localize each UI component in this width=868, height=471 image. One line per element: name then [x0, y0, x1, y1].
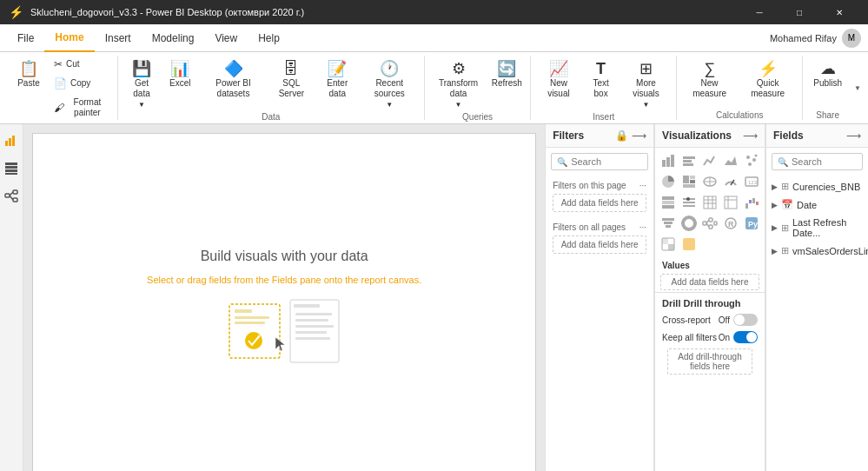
svg-rect-63	[752, 198, 755, 203]
filter-lock-icon[interactable]: 🔒	[615, 129, 628, 142]
viz-slicer[interactable]	[679, 193, 699, 212]
viz-choropleth[interactable]	[659, 235, 678, 254]
get-data-button[interactable]: 💾 Get data ▼	[123, 56, 160, 110]
viz-clustered-bar[interactable]	[679, 151, 699, 170]
enter-data-button[interactable]: 📝 Enter data	[316, 56, 359, 101]
title-bar-left: ⚡ Sklucheni_dogovori_v3.3 - Power BI Des…	[9, 5, 304, 19]
minimize-button[interactable]: ─	[739, 0, 779, 24]
viz-area-chart[interactable]	[721, 151, 740, 170]
viz-values-add[interactable]: Add data fields here	[660, 274, 759, 290]
viz-matrix[interactable]	[721, 193, 740, 212]
tab-help[interactable]: Help	[248, 24, 290, 52]
filters-on-page-add[interactable]: Add data fields here	[553, 194, 646, 212]
text-box-icon: T	[596, 61, 606, 76]
viz-donut[interactable]	[679, 214, 699, 233]
transform-data-button[interactable]: ⚙ Transform data ▼	[430, 56, 487, 110]
field-group-currencies: ▶ ⊞ Curencies_BNB	[772, 179, 863, 194]
drill-through-add[interactable]: Add drill-through fields here	[667, 348, 752, 375]
new-visual-button[interactable]: 📈 New visual	[536, 56, 580, 101]
svg-marker-31	[725, 156, 737, 165]
sql-server-button[interactable]: 🗄 SQL Server	[268, 56, 315, 101]
viz-stacked-bar[interactable]	[659, 151, 678, 170]
transform-data-label: Transform data	[435, 78, 481, 99]
svg-rect-51	[683, 205, 695, 207]
paste-button[interactable]: 📋 Paste	[10, 56, 47, 90]
viz-treemap[interactable]	[679, 172, 699, 191]
filters-search-input[interactable]	[571, 156, 642, 167]
table-icon-date: 📅	[781, 199, 793, 210]
svg-rect-30	[683, 163, 693, 166]
report-view-icon[interactable]	[2, 131, 21, 150]
power-bi-datasets-button[interactable]: 🔷 Power BI datasets	[200, 56, 266, 101]
viz-scatter[interactable]	[742, 151, 761, 170]
fields-expand-icon[interactable]: ⟶	[846, 129, 861, 142]
restore-button[interactable]: □	[779, 0, 819, 24]
field-group-last-refresh-label: Last Refresh Date...	[792, 217, 863, 238]
tab-view[interactable]: View	[204, 24, 248, 52]
viz-expand-icon[interactable]: ⟶	[743, 129, 758, 142]
svg-rect-39	[683, 184, 695, 188]
new-measure-button[interactable]: ∑ New measure	[682, 56, 737, 101]
cross-report-toggle-track[interactable]	[733, 314, 758, 326]
close-button[interactable]: ✕	[819, 0, 859, 24]
tab-insert[interactable]: Insert	[95, 24, 142, 52]
ribbon-scroll-arrow[interactable]: ▼	[852, 83, 863, 94]
viz-funnel[interactable]	[659, 214, 678, 233]
field-group-vmsales-header[interactable]: ▶ ⊞ vmSalesOrdersLin...	[772, 243, 863, 258]
svg-rect-4	[5, 166, 17, 169]
filters-search-box[interactable]: 🔍	[551, 153, 648, 170]
more-visuals-button[interactable]: ⊞ More visuals ▼	[621, 56, 672, 110]
text-box-button[interactable]: T Text box	[583, 56, 620, 101]
svg-point-52	[686, 197, 690, 201]
viz-icons-grid: 123	[655, 148, 765, 257]
viz-python[interactable]: Py	[742, 214, 761, 233]
viz-table[interactable]	[700, 193, 719, 212]
viz-pie[interactable]	[659, 172, 678, 191]
recent-sources-button[interactable]: 🕐 Recent sources ▼	[361, 56, 419, 110]
tab-home[interactable]: Home	[44, 24, 94, 52]
svg-rect-26	[666, 157, 670, 167]
quick-measure-button[interactable]: ⚡ Quick measure	[739, 56, 797, 101]
user-avatar[interactable]: M	[842, 29, 861, 48]
fields-search-box[interactable]: 🔍	[772, 153, 863, 170]
viz-multirow-card[interactable]	[659, 193, 678, 212]
viz-decomp-tree[interactable]	[700, 214, 719, 233]
cross-report-toggle[interactable]: Off	[719, 314, 758, 326]
fields-search-input[interactable]	[792, 156, 857, 167]
field-group-date-header[interactable]: ▶ 📅 Date	[772, 197, 863, 212]
tab-modeling[interactable]: Modeling	[142, 24, 205, 52]
ribbon-group-insert: 📈 New visual T Text box ⊞ More visuals ▼…	[531, 56, 677, 120]
filters-on-page-more[interactable]: ···	[639, 181, 646, 190]
data-view-icon[interactable]	[2, 159, 21, 178]
svg-rect-21	[295, 325, 334, 328]
viz-gauge[interactable]	[721, 172, 740, 191]
excel-button[interactable]: 📊 Excel	[162, 56, 198, 90]
filters-on-all-more[interactable]: ···	[639, 222, 646, 232]
viz-waterfall[interactable]	[742, 193, 761, 212]
drill-through-label: Drill through	[684, 298, 741, 308]
filters-on-all-add[interactable]: Add data fields here	[553, 236, 646, 254]
keep-all-filters-toggle-track[interactable]	[733, 331, 758, 343]
refresh-button[interactable]: 🔄 Refresh	[488, 56, 525, 90]
filter-expand-icon[interactable]: ⟶	[632, 129, 646, 142]
format-painter-button[interactable]: 🖌 Format painter	[49, 94, 112, 122]
copy-button[interactable]: 📄 Copy	[49, 75, 112, 92]
viz-card[interactable]: 123	[742, 172, 761, 191]
keep-all-filters-toggle[interactable]: On	[719, 331, 758, 343]
viz-map[interactable]	[700, 172, 719, 191]
cut-button[interactable]: ✂ Cut	[49, 56, 112, 73]
canvas-inner[interactable]: Build visuals with your data Select or d…	[32, 133, 536, 471]
svg-rect-0	[5, 141, 8, 146]
svg-rect-22	[295, 331, 327, 334]
publish-button[interactable]: ☁ Publish	[808, 56, 847, 90]
keep-all-filters-row: Keep all filters On	[662, 331, 758, 343]
viz-line-chart[interactable]	[700, 151, 719, 170]
copy-icon: 📄	[54, 78, 67, 89]
svg-rect-36	[683, 176, 689, 183]
tab-file[interactable]: File	[7, 24, 44, 52]
model-view-icon[interactable]	[2, 187, 21, 206]
viz-custom1[interactable]	[679, 235, 699, 254]
field-group-currencies-header[interactable]: ▶ ⊞ Curencies_BNB	[772, 179, 863, 194]
viz-key-influencers[interactable]: R	[721, 214, 740, 233]
field-group-last-refresh-header[interactable]: ▶ ⊞ Last Refresh Date...	[772, 216, 863, 240]
